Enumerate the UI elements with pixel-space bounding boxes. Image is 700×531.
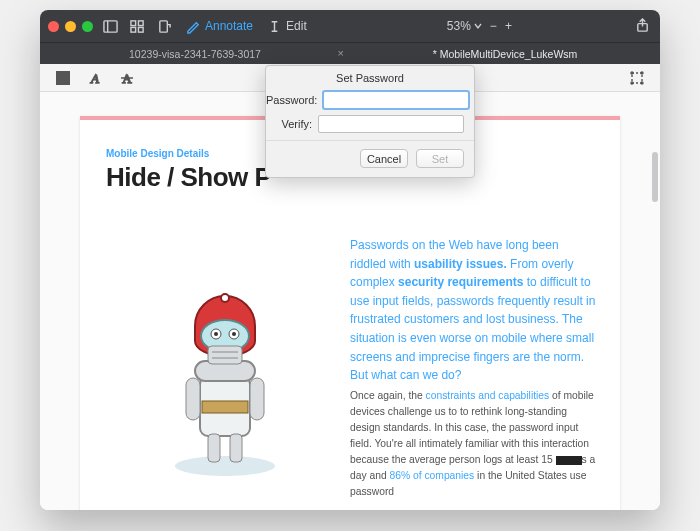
svg-point-18 [631, 72, 633, 74]
robot-illustration [150, 266, 300, 486]
edit-button[interactable]: Edit [267, 19, 307, 34]
zoom-out-button[interactable]: − [490, 19, 497, 33]
zoom-in-button[interactable]: + [505, 19, 512, 33]
set-button[interactable]: Set [416, 149, 464, 168]
tab-label: 10239-visa-2341-7639-3017 [129, 48, 261, 60]
verify-input[interactable] [318, 115, 464, 133]
page-title: Hide / Show P [106, 162, 271, 193]
password-label: Password: [266, 94, 317, 106]
svg-rect-6 [160, 20, 168, 31]
set-password-dialog: Set Password Password: Verify: Cancel Se… [265, 65, 475, 178]
window-controls [48, 21, 93, 32]
body-paragraph: Once again, the constraints and capabili… [350, 388, 600, 500]
dialog-title: Set Password [266, 66, 474, 88]
svg-point-19 [641, 72, 643, 74]
text-cursor-icon [267, 19, 282, 34]
svg-rect-3 [138, 20, 143, 25]
svg-point-29 [214, 332, 218, 336]
sidebar-toggle-icon[interactable] [103, 19, 118, 34]
edit-label: Edit [286, 19, 307, 33]
tab-document-1[interactable]: 10239-visa-2341-7639-3017 × [40, 43, 350, 64]
svg-rect-31 [208, 346, 242, 364]
svg-rect-34 [208, 434, 220, 462]
chevron-down-icon [474, 22, 482, 30]
svg-rect-0 [104, 20, 117, 31]
svg-text:A: A [90, 71, 99, 86]
annotate-button[interactable]: Annotate [186, 19, 253, 34]
svg-point-21 [641, 82, 643, 84]
zoom-window-button[interactable] [82, 21, 93, 32]
svg-rect-36 [186, 378, 200, 420]
pencil-icon [186, 19, 201, 34]
intro-paragraph: Passwords on the Web have long been ridd… [350, 236, 596, 385]
share-icon[interactable] [635, 18, 650, 33]
svg-point-38 [221, 294, 229, 302]
crop-icon[interactable] [628, 70, 646, 86]
tab-label: * MobileMultiDevice_LukeWsm [433, 48, 578, 60]
page-category: Mobile Design Details [106, 148, 209, 159]
font-style-icon[interactable]: A [86, 70, 104, 86]
svg-rect-4 [131, 27, 136, 32]
redacted-text [556, 456, 582, 465]
svg-rect-5 [138, 27, 143, 32]
zoom-value: 53% [447, 19, 471, 33]
svg-text:A: A [59, 72, 67, 84]
svg-rect-37 [250, 378, 264, 420]
svg-rect-24 [202, 401, 248, 413]
titlebar: Annotate Edit 53% − + [40, 10, 660, 42]
toolbar-view-group [103, 19, 172, 34]
svg-point-20 [631, 82, 633, 84]
cancel-button[interactable]: Cancel [360, 149, 408, 168]
minimize-window-button[interactable] [65, 21, 76, 32]
zoom-dropdown[interactable]: 53% [447, 19, 482, 33]
font-strike-icon[interactable]: A [118, 70, 136, 86]
font-fill-icon[interactable]: A [54, 70, 72, 86]
tab-document-2[interactable]: * MobileMultiDevice_LukeWsm [350, 43, 660, 64]
svg-rect-17 [632, 73, 642, 83]
svg-point-30 [232, 332, 236, 336]
tab-bar: 10239-visa-2341-7639-3017 × * MobileMult… [40, 42, 660, 64]
vertical-scrollbar[interactable] [652, 152, 658, 202]
close-tab-icon[interactable]: × [338, 47, 344, 59]
svg-rect-35 [230, 434, 242, 462]
thumbnails-icon[interactable] [130, 19, 145, 34]
zoom-controls: 53% − + [447, 19, 512, 33]
password-input[interactable] [323, 91, 469, 109]
app-window: Annotate Edit 53% − + 10239-visa-2341-76… [40, 10, 660, 510]
close-window-button[interactable] [48, 21, 59, 32]
annotate-label: Annotate [205, 19, 253, 33]
export-icon[interactable] [157, 19, 172, 34]
svg-rect-2 [131, 20, 136, 25]
verify-label: Verify: [266, 118, 312, 130]
svg-point-22 [175, 456, 275, 476]
